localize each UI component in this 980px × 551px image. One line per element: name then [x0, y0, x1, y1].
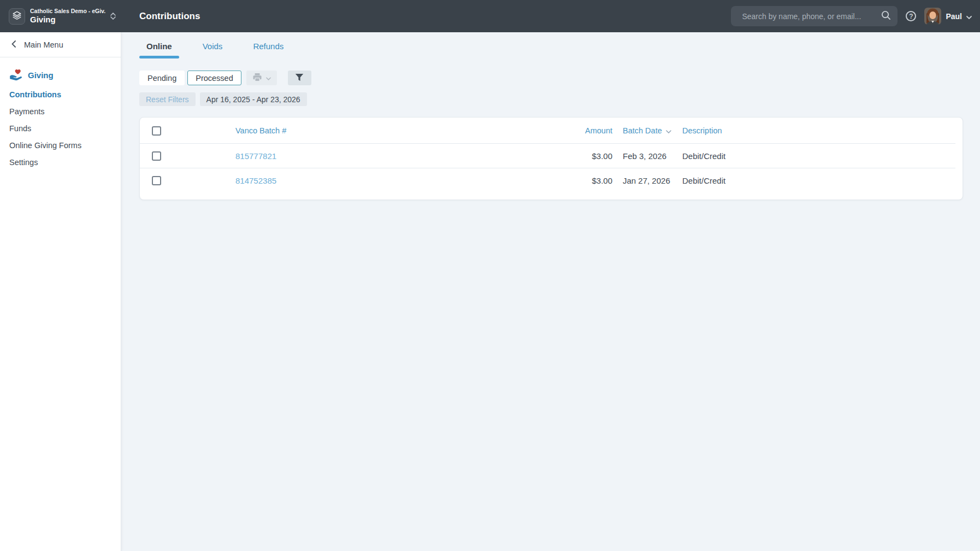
user-menu[interactable]: Paul [924, 8, 972, 25]
filter-button[interactable] [288, 71, 311, 85]
row-checkbox[interactable] [152, 176, 161, 185]
sidebar-items: Contributions Payments Funds Online Givi… [9, 89, 121, 168]
search-input[interactable] [742, 12, 881, 21]
contributions-table-card: Vanco Batch # Amount Batch Date Descript… [139, 117, 963, 200]
processed-button[interactable]: Processed [187, 71, 241, 85]
batch-date-cell: Feb 3, 2026 [612, 151, 682, 161]
sidebar-item-payments[interactable]: Payments [9, 106, 121, 117]
column-header-vanco-batch[interactable]: Vanco Batch # [175, 126, 497, 135]
org-name: Catholic Sales Demo - eGiv... [30, 8, 105, 15]
reset-filters-button[interactable]: Reset Filters [139, 92, 196, 106]
app-header: Catholic Sales Demo - eGiv... Giving Con… [0, 0, 980, 32]
help-icon[interactable]: ? [906, 11, 916, 21]
sidebar-section-label: Giving [28, 71, 54, 80]
batch-number-link[interactable]: 814752385 [235, 176, 276, 185]
date-range-chip[interactable]: Apr 16, 2025 - Apr 23, 2026 [200, 92, 307, 106]
table-header-row: Vanco Batch # Amount Batch Date Descript… [140, 118, 963, 144]
description-cell: Debit/Credit [682, 176, 963, 185]
column-header-amount[interactable]: Amount [497, 126, 612, 135]
table-row: 814752385 $3.00 Jan 27, 2026 Debit/Credi… [140, 168, 963, 193]
column-header-description[interactable]: Description [682, 126, 963, 135]
toolbar: Pending Processed [139, 71, 980, 85]
layers-icon [12, 10, 22, 22]
sidebar-item-contributions[interactable]: Contributions [9, 89, 121, 100]
sidebar-item-online-giving-forms[interactable]: Online Giving Forms [9, 140, 121, 151]
tab-voids[interactable]: Voids [196, 37, 230, 58]
chevron-down-icon [266, 74, 271, 82]
page-title: Contributions [139, 11, 200, 22]
tab-online[interactable]: Online [139, 37, 179, 58]
org-text: Catholic Sales Demo - eGiv... Giving [30, 8, 105, 25]
tab-bar: Online Voids Refunds [121, 32, 980, 58]
amount-cell: $3.00 [497, 176, 612, 185]
sort-chevron-icon [666, 126, 671, 135]
hand-heart-icon [9, 68, 22, 82]
product-name: Giving [30, 15, 105, 25]
select-all-checkbox[interactable] [152, 126, 161, 136]
print-button[interactable] [246, 71, 277, 85]
main-content: Online Voids Refunds Pending Processed [121, 32, 980, 551]
batch-date-cell: Jan 27, 2026 [612, 176, 682, 185]
chevron-down-icon [966, 11, 972, 21]
sidebar-nav: Giving Contributions Payments Funds Onli… [0, 57, 121, 168]
global-search[interactable] [731, 6, 898, 26]
active-filters: Reset Filters Apr 16, 2025 - Apr 23, 202… [139, 92, 980, 106]
batch-date-label: Batch Date [623, 126, 662, 135]
app-logo [9, 8, 25, 25]
org-switch-chevrons-icon[interactable] [110, 13, 116, 20]
tab-refunds[interactable]: Refunds [246, 37, 291, 58]
printer-icon [252, 73, 262, 84]
sidebar-item-settings[interactable]: Settings [9, 157, 121, 168]
sidebar: Main Menu Giving Contributions Payments … [0, 32, 121, 551]
funnel-icon [295, 73, 304, 83]
user-name: Paul [946, 12, 962, 21]
table-row: 815777821 $3.00 Feb 3, 2026 Debit/Credit [140, 144, 963, 168]
org-switcher[interactable]: Catholic Sales Demo - eGiv... Giving [0, 8, 121, 25]
description-cell: Debit/Credit [682, 151, 963, 161]
search-icon[interactable] [881, 10, 890, 22]
amount-cell: $3.00 [497, 151, 612, 161]
column-header-batch-date[interactable]: Batch Date [612, 126, 682, 135]
pending-button[interactable]: Pending [139, 71, 185, 85]
back-to-main-menu[interactable]: Main Menu [0, 32, 121, 57]
sidebar-section-giving[interactable]: Giving [9, 68, 121, 82]
chevron-left-icon [11, 40, 16, 49]
avatar [924, 8, 941, 25]
back-label: Main Menu [24, 40, 63, 49]
sidebar-item-funds[interactable]: Funds [9, 123, 121, 134]
header-right: ? Paul [731, 6, 972, 26]
batch-number-link[interactable]: 815777821 [235, 151, 276, 161]
row-checkbox[interactable] [152, 151, 161, 161]
